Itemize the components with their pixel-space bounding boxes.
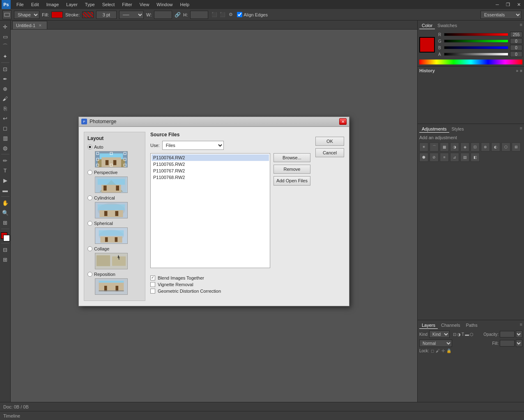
a-slider[interactable]	[444, 53, 508, 56]
r-slider[interactable]	[444, 33, 508, 36]
color-panel-menu[interactable]: ≡	[520, 22, 522, 29]
levels-adj-icon[interactable]: ▦	[440, 142, 449, 151]
a-value[interactable]	[510, 51, 522, 57]
lock-position-icon[interactable]: ✛	[441, 349, 445, 353]
eraser-tool[interactable]: ◻	[1, 124, 10, 133]
lock-transparent-icon[interactable]: ◻	[431, 349, 434, 353]
healing-tool[interactable]: ⊕	[1, 84, 10, 93]
remove-button[interactable]: Remove	[273, 165, 310, 174]
g-slider[interactable]	[444, 39, 508, 43]
history-brush-tool[interactable]: ↩	[1, 114, 10, 123]
filter-text-icon[interactable]: T	[462, 332, 464, 337]
opacity-dropdown[interactable]: ▾	[516, 330, 522, 338]
align-center-icon[interactable]: ⬛	[219, 11, 226, 18]
menu-filter[interactable]: Filter	[119, 1, 135, 8]
edit-mode-toggle[interactable]: ⊟	[1, 245, 10, 254]
use-dropdown[interactable]: Files	[162, 141, 224, 150]
selectivecolor-adj-icon[interactable]: ◧	[471, 153, 480, 162]
vignette-checkbox[interactable]	[150, 282, 155, 287]
clone-tool[interactable]: ⎘	[1, 104, 10, 113]
dialog-close-button[interactable]: ✕	[339, 118, 347, 125]
layout-perspective-row[interactable]: Perspective	[87, 170, 117, 175]
layout-reposition-radio[interactable]	[87, 272, 92, 277]
stroke-width-input[interactable]	[96, 11, 117, 19]
paths-tab[interactable]: Paths	[464, 322, 480, 329]
bw-adj-icon[interactable]: ◐	[491, 142, 500, 151]
fill-color-swatch[interactable]	[51, 11, 63, 18]
eyedropper-tool[interactable]: ✒	[1, 74, 10, 83]
hsl-adj-icon[interactable]: ⊡	[471, 142, 480, 151]
browse-button[interactable]: Browse...	[273, 153, 310, 162]
swatches-tab[interactable]: Swatches	[435, 22, 460, 29]
zoom-tool[interactable]: 🔍	[1, 208, 10, 217]
styles-tab[interactable]: Styles	[449, 126, 467, 133]
background-color[interactable]	[3, 235, 10, 241]
cancel-button[interactable]: Cancel	[315, 148, 344, 157]
height-input[interactable]	[190, 11, 208, 19]
b-slider[interactable]	[444, 46, 508, 49]
layout-auto-radio[interactable]	[87, 145, 92, 149]
hand-tool[interactable]: ✋	[1, 198, 10, 207]
menu-image[interactable]: Image	[43, 1, 62, 8]
layout-collage-radio[interactable]	[87, 246, 92, 251]
text-tool[interactable]: T	[1, 166, 10, 175]
invert-adj-icon[interactable]: ⊘	[430, 153, 439, 162]
filter-shape-icon[interactable]: ▬	[465, 332, 469, 337]
align-edges-checkbox[interactable]	[237, 12, 242, 17]
menu-help[interactable]: Help	[177, 1, 193, 8]
extra-tool[interactable]: ⊞	[1, 218, 10, 227]
file-item-4[interactable]: P1100768.RW2	[152, 174, 269, 181]
opacity-input[interactable]	[500, 331, 515, 337]
history-menu[interactable]: ≡	[520, 69, 522, 73]
g-value[interactable]	[510, 38, 522, 44]
blend-mode-dropdown[interactable]: Normal	[419, 340, 452, 347]
color-tab[interactable]: Color	[419, 22, 435, 29]
move-tool[interactable]: ✛	[1, 22, 10, 31]
filter-pixel-icon[interactable]: ⊡	[453, 332, 456, 337]
path-select-tool[interactable]: ▶	[1, 176, 10, 185]
layers-tab[interactable]: Layers	[419, 322, 438, 329]
layout-perspective-radio[interactable]	[87, 170, 92, 175]
threshold-adj-icon[interactable]: ⊿	[450, 153, 459, 162]
width-input[interactable]	[154, 11, 172, 19]
shape-tool[interactable]: ▬	[1, 186, 10, 195]
channels-tab[interactable]: Channels	[439, 322, 462, 329]
menu-type[interactable]: Type	[82, 1, 98, 8]
align-left-icon[interactable]: ⬛	[211, 11, 218, 18]
workspace-dropdown[interactable]: Essentials	[480, 11, 522, 19]
menu-file[interactable]: File	[13, 1, 27, 8]
adjustments-tab[interactable]: Adjustments	[419, 126, 449, 133]
file-item-2[interactable]: P1100765.RW2	[152, 161, 269, 168]
history-expand[interactable]: »	[516, 69, 519, 73]
crop-tool[interactable]: ⊡	[1, 64, 10, 73]
curves-adj-icon[interactable]: ⌒	[430, 142, 439, 151]
stroke-style-icon[interactable]	[82, 11, 94, 18]
dodge-tool[interactable]: ◍	[1, 143, 10, 152]
file-item-1[interactable]: P1100764.RW2	[152, 154, 269, 161]
layout-cylindrical-radio[interactable]	[87, 195, 92, 200]
shape-mode-dropdown[interactable]: Shape	[14, 11, 39, 19]
colorlookup-adj-icon[interactable]: ⬢	[419, 153, 428, 162]
layers-panel-menu[interactable]: ≡	[520, 322, 522, 329]
exposure-adj-icon[interactable]: ◑	[450, 142, 459, 151]
file-list[interactable]: P1100764.RW2 P1100765.RW2 P1100767.RW2 P…	[150, 153, 270, 268]
layout-cylindrical-row[interactable]: Cylindrical	[87, 195, 115, 200]
color-spectrum[interactable]	[419, 60, 522, 64]
restore-button[interactable]: ❐	[503, 0, 513, 9]
layout-reposition-row[interactable]: Reposition	[87, 272, 115, 277]
layout-spherical-row[interactable]: Spherical	[87, 221, 113, 226]
pen-tool[interactable]: ✏	[1, 156, 10, 165]
kind-dropdown[interactable]: Kind	[429, 330, 450, 338]
fill-dropdown[interactable]: ▾	[516, 340, 522, 347]
menu-layer[interactable]: Layer	[63, 1, 81, 8]
menu-window[interactable]: Window	[153, 1, 176, 8]
lasso-tool[interactable]: ⌒	[1, 42, 10, 51]
layout-spherical-radio[interactable]	[87, 221, 92, 226]
brightness-adj-icon[interactable]: ☀	[419, 142, 428, 151]
screen-mode-toggle[interactable]: ⊞	[1, 255, 10, 264]
posterize-adj-icon[interactable]: ≡	[440, 153, 449, 162]
minimize-button[interactable]: ─	[492, 0, 503, 9]
path-ops-icon[interactable]: ⚙	[227, 11, 234, 18]
brush-tool[interactable]: 🖌	[1, 94, 10, 103]
stroke-type-dropdown[interactable]: ──	[119, 11, 144, 19]
